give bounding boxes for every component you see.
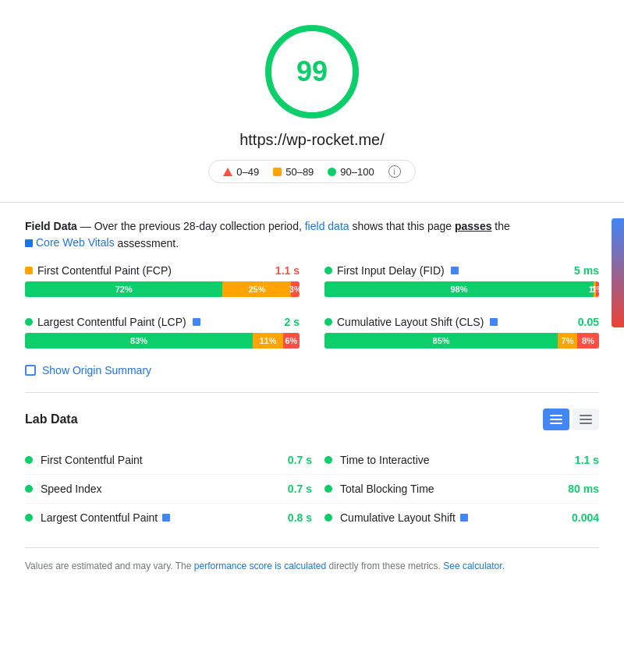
- lab-metric-tti: Time to Interactive 1.1 s: [312, 446, 599, 475]
- lab-metric-cls-value: 0.004: [560, 511, 599, 524]
- score-value: 99: [296, 55, 328, 88]
- lab-metric-tti-dot: [324, 456, 332, 464]
- view-toggle: [543, 409, 599, 430]
- lab-metric-tbt-dot: [324, 485, 332, 493]
- metric-lcp-header: Largest Contentful Paint (LCP) 2 s: [25, 316, 300, 328]
- metric-fid: First Input Delay (FID) 5 ms 98% 1% 1%: [324, 264, 599, 297]
- metric-lcp-flag: [193, 318, 200, 326]
- score-circle: 99: [265, 25, 359, 118]
- lab-metric-cls-dot: [324, 514, 332, 522]
- origin-summary-label[interactable]: Show Origin Summary: [42, 364, 151, 377]
- field-data-link[interactable]: field data: [305, 220, 349, 232]
- metric-cls-header: Cumulative Layout Shift (CLS) 0.05: [324, 316, 599, 328]
- metric-cls-flag: [490, 318, 498, 326]
- metric-fid-value: 5 ms: [574, 264, 599, 277]
- metric-cls-label: Cumulative Layout Shift (CLS): [324, 316, 498, 328]
- origin-summary-checkbox[interactable]: [25, 365, 36, 376]
- bar-red: 8%: [577, 333, 599, 348]
- lab-metric-si-label: Speed Index: [41, 483, 273, 495]
- metric-cls-dot: [324, 318, 332, 326]
- bar-orange: 7%: [558, 333, 577, 348]
- lab-metric-cls: Cumulative Layout Shift 0.004: [312, 504, 599, 532]
- lab-metric-tbt-value: 80 ms: [560, 483, 599, 495]
- lab-metric-tbt: Total Blocking Time 80 ms: [312, 475, 599, 504]
- metric-fid-header: First Input Delay (FID) 5 ms: [324, 264, 599, 277]
- grid-icon: [580, 415, 592, 424]
- lab-metric-si-value: 0.7 s: [273, 483, 312, 495]
- lab-metric-fcp-dot: [25, 456, 33, 464]
- metric-lcp-label: Largest Contentful Paint (LCP): [25, 316, 200, 328]
- lab-metric-si: Speed Index 0.7 s: [25, 475, 312, 504]
- cwv-link[interactable]: Core Web Vitals: [25, 235, 115, 251]
- lab-metrics-col-left: First Contentful Paint 0.7 s Speed Index…: [25, 446, 312, 532]
- metric-fid-dot: [324, 267, 332, 274]
- field-data-title: Field Data: [25, 220, 77, 232]
- calc-link[interactable]: See calculator.: [443, 561, 505, 571]
- legend-poor-label: 0–49: [236, 166, 259, 178]
- score-legend: 0–49 50–89 90–100 i: [208, 160, 415, 183]
- bar-green: 83%: [25, 333, 253, 348]
- lab-metric-lcp-label: Largest Contentful Paint: [41, 511, 273, 524]
- metric-fcp: First Contentful Paint (FCP) 1.1 s 72% 2…: [25, 264, 300, 297]
- legend-good-label: 90–100: [340, 166, 374, 178]
- origin-summary[interactable]: Show Origin Summary: [25, 364, 599, 377]
- cwv-square-icon: [25, 239, 33, 247]
- circle-icon: [328, 168, 336, 176]
- lab-metrics-grid: First Contentful Paint 0.7 s Speed Index…: [25, 446, 599, 532]
- lab-metric-lcp-value: 0.8 s: [273, 511, 312, 524]
- main-content: Field Data — Over the previous 28-day co…: [0, 218, 624, 592]
- field-data-header: Field Data — Over the previous 28-day co…: [25, 218, 599, 252]
- lab-metric-tbt-label: Total Blocking Time: [340, 483, 560, 495]
- score-url: https://wp-rocket.me/: [239, 131, 385, 149]
- lab-metric-fcp-value: 0.7 s: [273, 454, 312, 466]
- metric-fcp-dot: [25, 267, 33, 274]
- bar-red: 6%: [283, 333, 300, 348]
- section-divider: [0, 202, 624, 203]
- lab-metric-tti-label: Time to Interactive: [340, 454, 560, 466]
- footer-text2: directly from these metrics.: [329, 561, 444, 571]
- lab-metric-si-dot: [25, 485, 33, 493]
- metrics-grid: First Contentful Paint (FCP) 1.1 s 72% 2…: [25, 264, 599, 348]
- lab-metric-cls-flag: [460, 514, 468, 522]
- bar-orange: 25%: [222, 281, 291, 297]
- legend-good: 90–100: [328, 166, 374, 178]
- lab-metric-lcp-dot: [25, 514, 33, 522]
- toggle-grid-button[interactable]: [573, 409, 599, 430]
- lab-metric-tti-value: 1.1 s: [560, 454, 599, 466]
- passes-text: passes: [455, 220, 491, 232]
- bar-red: 1%: [596, 281, 599, 297]
- metric-lcp-value: 2 s: [285, 316, 300, 328]
- metric-fid-flag: [451, 267, 459, 274]
- metric-fcp-label: First Contentful Paint (FCP): [25, 264, 172, 277]
- lab-data-section: Lab Data: [25, 392, 599, 532]
- lab-data-title: Lab Data: [25, 412, 78, 426]
- square-icon: [273, 168, 282, 176]
- bar-green: 98%: [324, 281, 594, 297]
- bar-red: 3%: [291, 281, 300, 297]
- info-icon[interactable]: i: [388, 165, 401, 178]
- metric-cls: Cumulative Layout Shift (CLS) 0.05 85% 7…: [324, 316, 599, 348]
- list-icon: [550, 415, 562, 424]
- lab-metric-lcp: Largest Contentful Paint 0.8 s: [25, 504, 312, 532]
- bar-green: 72%: [25, 281, 222, 297]
- legend-average-label: 50–89: [285, 166, 314, 178]
- legend-average: 50–89: [273, 166, 314, 178]
- metric-fid-label: First Input Delay (FID): [324, 264, 459, 277]
- metric-cls-bar: 85% 7% 8%: [324, 333, 599, 348]
- metric-fcp-header: First Contentful Paint (FCP) 1.1 s: [25, 264, 300, 277]
- triangle-icon: [223, 168, 232, 176]
- bar-green: 85%: [324, 333, 558, 348]
- metric-lcp-dot: [25, 318, 33, 326]
- toggle-list-button[interactable]: [543, 409, 569, 430]
- field-data-description: — Over the previous 28-day collection pe…: [80, 220, 305, 232]
- metric-cls-value: 0.05: [578, 316, 599, 328]
- perf-score-link[interactable]: performance score is calculated: [194, 561, 326, 571]
- metric-fid-bar: 98% 1% 1%: [324, 281, 599, 297]
- metric-lcp: Largest Contentful Paint (LCP) 2 s 83% 1…: [25, 316, 300, 348]
- lab-metric-cls-label: Cumulative Layout Shift: [340, 511, 560, 524]
- lab-data-header: Lab Data: [25, 409, 599, 430]
- bar-orange: 11%: [253, 333, 283, 348]
- footer-note: Values are estimated and may vary. The p…: [25, 547, 599, 574]
- metric-lcp-bar: 83% 11% 6%: [25, 333, 300, 348]
- metric-fcp-bar: 72% 25% 3%: [25, 281, 300, 297]
